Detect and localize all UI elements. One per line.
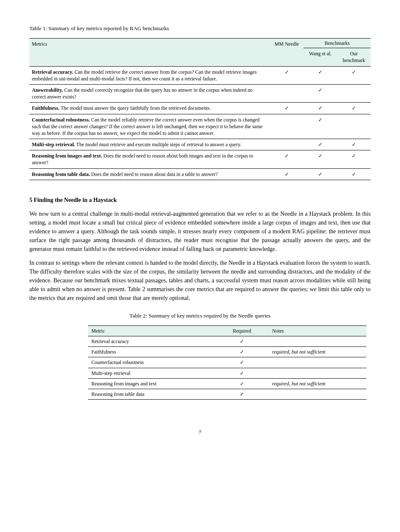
t2-h-required: Required	[215, 325, 269, 336]
t1-mark-cell: ✓	[270, 168, 304, 180]
check-icon: ✓	[352, 69, 356, 75]
t1-metric-cell: Faithfulness. The model must answer the …	[29, 103, 270, 114]
t1-mark-cell	[337, 114, 371, 139]
table1: Metrics MM Needle Benchmarks Wang et al.…	[29, 38, 371, 180]
t1-mark-cell: ✓	[304, 66, 337, 84]
t1-metric-cell: Reasoning from images and text. Does the…	[29, 150, 270, 168]
t1-h-congo: Wang et al.	[304, 48, 337, 66]
table2-caption: Table 2: Summary of key metrics required…	[29, 312, 371, 319]
t2-notes-cell: required, but not sufficient	[269, 378, 366, 389]
check-icon: ✓	[318, 87, 322, 93]
t1-mark-cell: ✓	[270, 103, 304, 114]
section5-heading: 5 Finding the Needle in a Haystack	[29, 197, 371, 204]
check-icon: ✓	[240, 359, 244, 365]
t1-mark-cell: ✓	[304, 114, 337, 139]
check-icon: ✓	[240, 349, 244, 355]
t2-required-cell: ✓	[215, 378, 269, 389]
t1-mark-cell: ✓	[304, 84, 337, 102]
t1-mark-cell: ✓	[304, 139, 337, 150]
t1-metric-cell: Retrieval accuracy. Can the model retrie…	[29, 66, 270, 84]
t1-metric-cell: Reasoning from table data. Does the mode…	[29, 168, 270, 180]
t1-mark-cell: ✓	[337, 103, 371, 114]
t1-metric-cell: Answerability. Can the model correctly r…	[29, 84, 270, 102]
t2-required-cell: ✓	[215, 368, 269, 378]
check-icon: ✓	[352, 142, 356, 147]
t2-h-metric: Metric	[88, 325, 215, 336]
check-icon: ✓	[285, 171, 289, 177]
t1-metric-cell: Multi-step retrieval. The model must ret…	[29, 139, 270, 150]
t1-mark-cell	[337, 84, 371, 102]
t2-required-cell: ✓	[215, 357, 269, 368]
check-icon: ✓	[318, 153, 322, 159]
check-icon: ✓	[318, 117, 322, 123]
t2-metric-cell: Faithfulness	[88, 347, 215, 357]
t2-required-cell: ✓	[215, 336, 269, 347]
t1-mark-cell: ✓	[270, 66, 304, 84]
check-icon: ✓	[285, 105, 289, 111]
t2-required-cell: ✓	[215, 389, 269, 399]
t1-mark-cell: ✓	[304, 168, 337, 180]
t2-required-cell: ✓	[215, 347, 269, 357]
page-number: 7	[29, 429, 371, 436]
t1-h-benchmarks: Benchmarks	[304, 39, 371, 48]
t1-h-our: Our benchmark	[337, 48, 371, 66]
t2-metric-cell: Reasoning from table data	[88, 389, 215, 399]
t2-notes-cell	[269, 336, 366, 347]
check-icon: ✓	[285, 69, 289, 75]
t1-mark-cell: ✓	[337, 150, 371, 168]
t1-mark-cell: ✓	[304, 150, 337, 168]
check-icon: ✓	[240, 391, 244, 397]
t1-mark-cell: ✓	[304, 103, 337, 114]
section5-para1: We now turn to a central challenge in mu…	[29, 209, 371, 253]
check-icon: ✓	[352, 153, 356, 159]
t1-mark-cell	[270, 84, 304, 102]
t1-mark-cell: ✓	[337, 139, 371, 150]
t1-mark-cell: ✓	[270, 150, 304, 168]
t2-metric-cell: Reasoning from images and text	[88, 378, 215, 389]
t1-metric-cell: Counterfactual robustness. Can the model…	[29, 114, 270, 139]
t1-mark-cell: ✓	[337, 66, 371, 84]
t1-mark-cell	[270, 139, 304, 150]
t1-h-mm: MM Needle	[270, 39, 304, 67]
check-icon: ✓	[240, 370, 244, 376]
check-icon: ✓	[318, 171, 322, 177]
section5-para2: In contrast to settings where the releva…	[29, 258, 371, 302]
t1-mark-cell	[270, 114, 304, 139]
check-icon: ✓	[352, 105, 356, 111]
t2-metric-cell: Multi-step retrieval	[88, 368, 215, 378]
t2-notes-cell: required, but not sufficient	[269, 347, 366, 357]
t2-notes-cell	[269, 357, 366, 368]
t2-metric-cell: Counterfactual robustness	[88, 357, 215, 368]
check-icon: ✓	[318, 142, 322, 147]
check-icon: ✓	[240, 381, 244, 387]
t1-mark-cell: ✓	[337, 168, 371, 180]
check-icon: ✓	[240, 338, 244, 344]
check-icon: ✓	[318, 105, 322, 111]
t2-notes-cell	[269, 389, 366, 399]
check-icon: ✓	[285, 153, 289, 159]
t2-h-notes: Notes	[269, 325, 366, 336]
t1-h-metric: Metrics	[29, 39, 270, 67]
table1-caption: Table 1: Summary of key metrics reported…	[29, 25, 371, 32]
check-icon: ✓	[352, 171, 356, 177]
check-icon: ✓	[318, 69, 322, 75]
table2: Metric Required Notes Retrieval accuracy…	[88, 325, 366, 400]
t2-metric-cell: Retrieval accuracy	[88, 336, 215, 347]
t2-notes-cell	[269, 368, 366, 378]
